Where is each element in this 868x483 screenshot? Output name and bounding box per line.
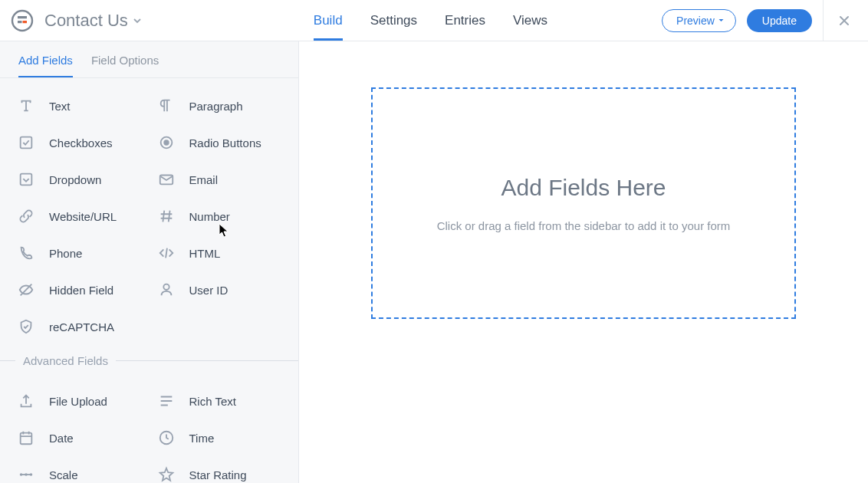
field-label: Checkboxes bbox=[49, 136, 113, 150]
field-recaptcha[interactable]: reCAPTCHA bbox=[9, 308, 150, 345]
app-header: Contact Us Build Settings Entries Views … bbox=[0, 0, 868, 41]
tab-entries[interactable]: Entries bbox=[445, 0, 485, 41]
main-nav-tabs: Build Settings Entries Views bbox=[314, 0, 547, 41]
time-icon bbox=[157, 429, 176, 447]
dropzone[interactable]: Add Fields Here Click or drag a field fr… bbox=[371, 87, 796, 319]
form-title-dropdown[interactable]: Contact Us bbox=[44, 11, 142, 31]
scale-icon bbox=[17, 465, 35, 483]
field-label: Time bbox=[189, 432, 215, 445]
form-canvas: Add Fields Here Click or drag a field fr… bbox=[299, 41, 868, 483]
upload-icon bbox=[17, 392, 35, 410]
html-icon bbox=[157, 244, 176, 262]
svg-point-9 bbox=[163, 284, 169, 290]
field-email[interactable]: Email bbox=[150, 161, 290, 198]
field-label: Hidden Field bbox=[49, 284, 113, 297]
url-icon bbox=[17, 207, 35, 225]
field-label: Number bbox=[189, 210, 230, 223]
field-checkbox[interactable]: Checkboxes bbox=[9, 124, 150, 161]
field-number[interactable]: Number bbox=[150, 198, 290, 235]
svg-rect-7 bbox=[21, 174, 32, 186]
star-icon bbox=[157, 465, 176, 483]
field-phone[interactable]: Phone bbox=[9, 235, 150, 271]
sidebar: Add Fields Field Options TextParagraphCh… bbox=[0, 41, 299, 483]
dropdown-icon bbox=[17, 170, 35, 189]
header-actions: Preview Update bbox=[662, 0, 854, 41]
update-button[interactable]: Update bbox=[747, 9, 812, 32]
advanced-fields-divider: Advanced Fields bbox=[0, 348, 298, 373]
app-logo bbox=[11, 9, 34, 32]
field-label: HTML bbox=[189, 247, 221, 260]
user-icon bbox=[157, 281, 176, 299]
checkbox-icon bbox=[17, 133, 35, 152]
field-date[interactable]: Date bbox=[9, 419, 150, 456]
field-label: reCAPTCHA bbox=[49, 320, 114, 334]
field-upload[interactable]: File Upload bbox=[9, 383, 150, 419]
radio-icon bbox=[157, 133, 176, 152]
chevron-down-icon bbox=[133, 16, 142, 25]
advanced-fields-label: Advanced Fields bbox=[15, 354, 116, 367]
sidebar-tab-add-fields[interactable]: Add Fields bbox=[18, 54, 73, 77]
header-divider bbox=[823, 0, 824, 41]
dropzone-title: Add Fields Here bbox=[501, 175, 666, 201]
field-label: File Upload bbox=[49, 395, 107, 408]
field-label: Star Rating bbox=[189, 468, 247, 481]
svg-point-6 bbox=[163, 140, 169, 145]
field-label: User ID bbox=[189, 284, 229, 297]
svg-point-0 bbox=[12, 11, 32, 31]
field-text[interactable]: Text bbox=[9, 87, 150, 124]
hidden-icon bbox=[17, 281, 35, 299]
date-icon bbox=[17, 429, 35, 447]
richtext-icon bbox=[157, 392, 176, 410]
field-label: Email bbox=[189, 173, 219, 186]
phone-icon bbox=[17, 244, 35, 262]
field-time[interactable]: Time bbox=[150, 419, 290, 456]
tab-views[interactable]: Views bbox=[513, 0, 547, 41]
number-icon bbox=[157, 207, 176, 225]
form-title: Contact Us bbox=[44, 11, 128, 31]
field-label: Text bbox=[49, 100, 71, 113]
email-icon bbox=[157, 170, 176, 189]
field-html[interactable]: HTML bbox=[150, 235, 290, 271]
dropzone-subtitle: Click or drag a field from the sidebar t… bbox=[437, 219, 731, 232]
field-label: Phone bbox=[49, 247, 82, 260]
field-url[interactable]: Website/URL bbox=[9, 198, 150, 235]
field-paragraph[interactable]: Paragraph bbox=[150, 87, 290, 124]
field-dropdown[interactable]: Dropdown bbox=[9, 161, 150, 198]
svg-rect-2 bbox=[18, 21, 22, 23]
field-star[interactable]: Star Rating bbox=[150, 456, 290, 483]
field-label: Date bbox=[49, 432, 74, 445]
preview-label: Preview bbox=[676, 15, 715, 27]
paragraph-icon bbox=[157, 97, 176, 115]
field-label: Paragraph bbox=[189, 100, 243, 113]
caret-down-icon bbox=[718, 17, 725, 24]
field-label: Radio Buttons bbox=[189, 136, 261, 150]
preview-button[interactable]: Preview bbox=[662, 9, 736, 32]
field-label: Website/URL bbox=[49, 210, 117, 223]
basic-fields-grid: TextParagraphCheckboxesRadio ButtonsDrop… bbox=[0, 78, 298, 348]
close-icon bbox=[837, 14, 851, 28]
field-scale[interactable]: Scale bbox=[9, 456, 150, 483]
text-icon bbox=[17, 97, 35, 115]
sidebar-tabs: Add Fields Field Options bbox=[0, 41, 298, 78]
tab-build[interactable]: Build bbox=[314, 0, 343, 41]
field-user[interactable]: User ID bbox=[150, 271, 290, 308]
field-label: Rich Text bbox=[189, 395, 236, 408]
field-hidden[interactable]: Hidden Field bbox=[9, 271, 150, 308]
svg-rect-10 bbox=[21, 433, 32, 445]
close-button[interactable] bbox=[834, 11, 854, 31]
advanced-fields-grid: File UploadRich TextDateTimeScaleStar Ra… bbox=[0, 373, 298, 483]
field-richtext[interactable]: Rich Text bbox=[150, 383, 290, 419]
tab-settings[interactable]: Settings bbox=[370, 0, 417, 41]
svg-rect-1 bbox=[18, 16, 27, 18]
app-body: Add Fields Field Options TextParagraphCh… bbox=[0, 41, 868, 483]
svg-rect-4 bbox=[21, 137, 32, 149]
sidebar-tab-field-options[interactable]: Field Options bbox=[91, 54, 159, 77]
field-label: Dropdown bbox=[49, 173, 101, 186]
field-radio[interactable]: Radio Buttons bbox=[150, 124, 290, 161]
field-label: Scale bbox=[49, 468, 78, 481]
recaptcha-icon bbox=[17, 317, 35, 336]
svg-rect-3 bbox=[23, 21, 28, 23]
